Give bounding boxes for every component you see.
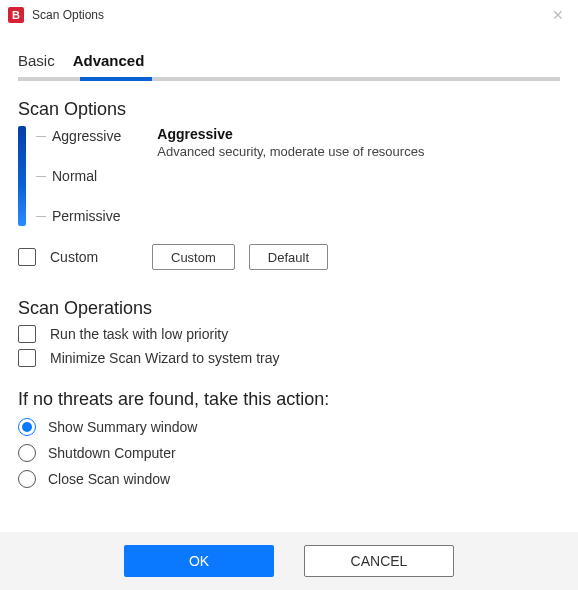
custom-button[interactable]: Custom <box>152 244 235 270</box>
slider-label-aggressive[interactable]: Aggressive <box>36 126 121 146</box>
radio-shutdown-label: Shutdown Computer <box>48 445 176 461</box>
tab-advanced[interactable]: Advanced <box>73 52 145 69</box>
tab-active-indicator <box>80 77 152 81</box>
low-priority-checkbox[interactable] <box>18 325 36 343</box>
minimize-label: Minimize Scan Wizard to system tray <box>50 350 280 366</box>
custom-checkbox-label: Custom <box>50 249 138 265</box>
scan-operations-title: Scan Operations <box>18 298 560 319</box>
app-icon: B <box>8 7 24 23</box>
radio-show-summary[interactable] <box>18 418 36 436</box>
tab-bar: Basic Advanced <box>18 40 560 77</box>
scan-level-labels: Aggressive Normal Permissive <box>32 126 121 226</box>
radio-shutdown[interactable] <box>18 444 36 462</box>
ok-button[interactable]: OK <box>124 545 274 577</box>
titlebar: B Scan Options ✕ <box>0 0 578 30</box>
no-threats-title: If no threats are found, take this actio… <box>18 389 560 410</box>
scan-level-slider[interactable] <box>18 126 26 226</box>
default-button[interactable]: Default <box>249 244 328 270</box>
footer: OK CANCEL <box>0 532 578 590</box>
slider-label-normal[interactable]: Normal <box>36 166 121 186</box>
scan-options-title: Scan Options <box>18 99 560 120</box>
low-priority-label: Run the task with low priority <box>50 326 228 342</box>
minimize-checkbox[interactable] <box>18 349 36 367</box>
selected-level-desc: Advanced security, moderate use of resou… <box>157 144 424 159</box>
slider-label-permissive[interactable]: Permissive <box>36 206 121 226</box>
cancel-button[interactable]: CANCEL <box>304 545 454 577</box>
tab-basic[interactable]: Basic <box>18 52 55 69</box>
window-title: Scan Options <box>32 8 546 22</box>
scan-level-description: Aggressive Advanced security, moderate u… <box>149 126 424 159</box>
custom-checkbox[interactable] <box>18 248 36 266</box>
selected-level-name: Aggressive <box>157 126 424 142</box>
radio-close-window-label: Close Scan window <box>48 471 170 487</box>
tab-underline <box>18 77 560 81</box>
close-icon[interactable]: ✕ <box>546 7 570 23</box>
radio-close-window[interactable] <box>18 470 36 488</box>
radio-show-summary-label: Show Summary window <box>48 419 197 435</box>
